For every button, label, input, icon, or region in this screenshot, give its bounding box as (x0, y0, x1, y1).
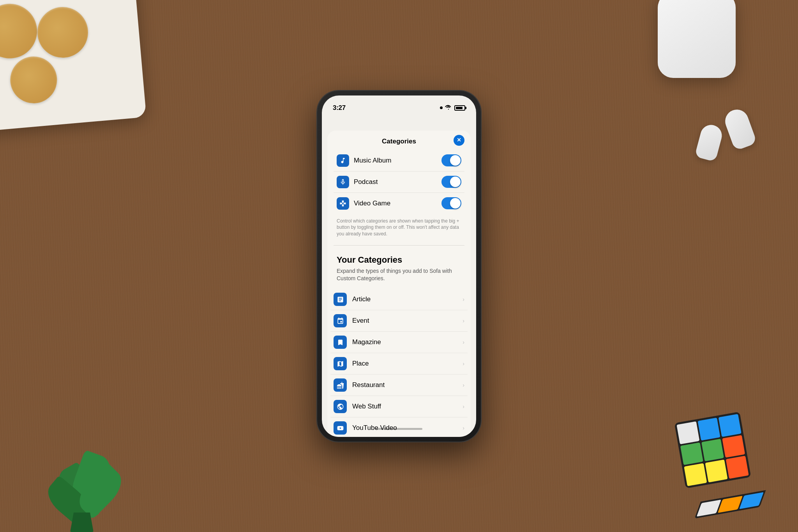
article-label: Article (352, 295, 463, 303)
phone-screen: 3:27 Categories (322, 95, 476, 437)
fork-knife-icon (337, 382, 344, 389)
section-title: Your Categories (337, 255, 461, 265)
gamepad-icon (339, 200, 346, 207)
music-note-icon (339, 157, 346, 164)
home-indicator (376, 428, 422, 430)
wifi-icon (445, 104, 452, 111)
event-chevron: › (463, 318, 464, 324)
close-icon: ✕ (457, 137, 461, 143)
battery-icon (454, 105, 465, 111)
modal-title: Categories (382, 138, 416, 145)
podcast-label: Podcast (354, 178, 441, 186)
event-label: Event (352, 317, 463, 325)
modal-header: Categories ✕ (327, 131, 471, 150)
magazine-icon (337, 339, 344, 346)
cookie-3 (8, 55, 59, 105)
section-subtitle: Expand the types of things you add to So… (337, 267, 461, 283)
calendar-icon (337, 317, 344, 325)
your-categories-section: Your Categories Expand the types of thin… (327, 247, 471, 283)
video-game-label: Video Game (354, 200, 441, 207)
youtube-icon-wrap (334, 421, 347, 435)
rubiks-cube (674, 408, 774, 508)
event-icon-wrap (334, 314, 347, 327)
web-stuff-label: Web Stuff (352, 403, 463, 410)
map-icon (337, 360, 344, 368)
toggle-row-podcast[interactable]: Podcast (334, 171, 464, 193)
phone: 3:27 Categories (317, 91, 481, 442)
youtube-chevron: › (463, 425, 464, 431)
category-list: Article › Event › (327, 289, 471, 437)
article-icon-wrap (334, 293, 347, 306)
podcast-toggle[interactable] (441, 176, 461, 188)
restaurant-icon-wrap (334, 378, 347, 392)
podcast-icon-wrap (337, 176, 349, 188)
video-game-toggle[interactable] (441, 197, 461, 209)
category-item-restaurant[interactable]: Restaurant › (330, 375, 468, 396)
modal-sheet: Categories ✕ Music Album (327, 131, 471, 437)
music-album-label: Music Album (354, 157, 441, 164)
magazine-icon-wrap (334, 336, 347, 349)
category-item-article[interactable]: Article › (330, 289, 468, 310)
web-stuff-icon-wrap (334, 400, 347, 413)
play-icon (337, 424, 344, 432)
close-button[interactable]: ✕ (454, 135, 464, 146)
plant (39, 407, 148, 532)
place-icon-wrap (334, 357, 347, 370)
cookie-plate (0, 0, 147, 132)
video-game-icon-wrap (337, 197, 349, 210)
restaurant-label: Restaurant (352, 381, 463, 389)
place-chevron: › (463, 361, 464, 367)
toggle-section: Music Album Podcast (327, 150, 471, 214)
magazine-label: Magazine (352, 338, 463, 346)
category-item-place[interactable]: Place › (330, 353, 468, 375)
magazine-chevron: › (463, 339, 464, 345)
cookie-1 (0, 2, 39, 61)
article-icon (337, 296, 344, 303)
article-chevron: › (463, 296, 464, 302)
place-label: Place (352, 360, 463, 368)
status-time: 3:27 (333, 104, 346, 112)
category-item-youtube-video[interactable]: YouTube Video › (330, 417, 468, 437)
cookie-2 (35, 5, 90, 60)
web-stuff-chevron: › (463, 403, 464, 410)
category-item-web-stuff[interactable]: Web Stuff › (330, 396, 468, 417)
toggle-description: Control which categories are shown when … (327, 214, 471, 244)
signal-icon (440, 106, 443, 109)
airpods-case (658, 0, 736, 78)
status-bar: 3:27 (322, 95, 476, 115)
category-item-magazine[interactable]: Magazine › (330, 332, 468, 353)
toggle-row-video-game[interactable]: Video Game (334, 193, 464, 214)
status-icons (440, 104, 465, 111)
microphone-icon (339, 179, 346, 186)
music-album-icon-wrap (337, 154, 349, 167)
restaurant-chevron: › (463, 382, 464, 388)
toggle-row-music-album[interactable]: Music Album (334, 150, 464, 171)
globe-icon (337, 403, 344, 410)
divider (334, 245, 464, 246)
category-item-event[interactable]: Event › (330, 310, 468, 332)
music-album-toggle[interactable] (441, 154, 461, 166)
